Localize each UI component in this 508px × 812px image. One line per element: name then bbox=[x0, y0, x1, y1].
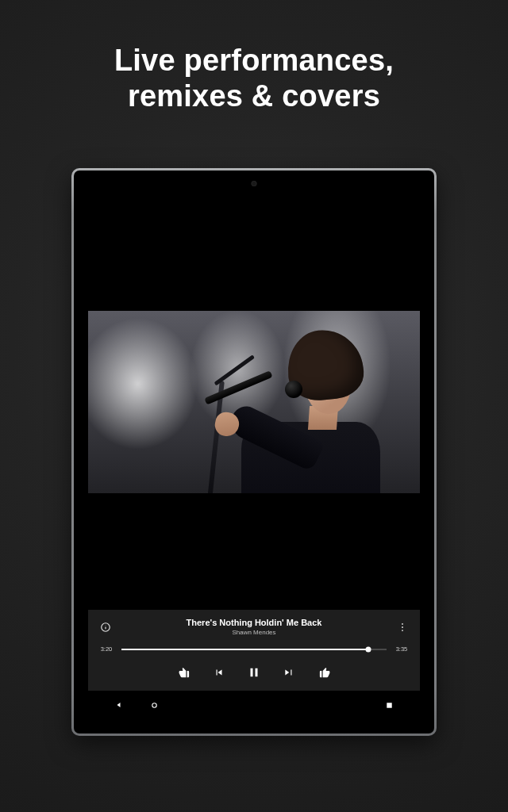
nav-back-icon[interactable] bbox=[112, 698, 126, 712]
progress-row: 3:20 3:35 bbox=[98, 645, 410, 653]
dislike-button[interactable] bbox=[175, 664, 193, 681]
front-camera bbox=[252, 181, 257, 186]
next-button[interactable] bbox=[280, 664, 298, 681]
svg-point-5 bbox=[402, 630, 403, 631]
nav-recent-icon[interactable] bbox=[382, 698, 396, 712]
info-icon[interactable] bbox=[98, 619, 114, 635]
total-time: 3:35 bbox=[393, 645, 410, 653]
svg-point-6 bbox=[152, 703, 156, 707]
tablet-device-frame: There's Nothing Holdin' Me Back Shawn Me… bbox=[71, 168, 437, 736]
player-panel: There's Nothing Holdin' Me Back Shawn Me… bbox=[88, 610, 420, 691]
nav-home-icon[interactable] bbox=[147, 698, 161, 712]
svg-point-3 bbox=[402, 622, 403, 624]
elapsed-time: 3:20 bbox=[98, 645, 115, 653]
svg-rect-7 bbox=[387, 703, 391, 707]
tablet-bezel: There's Nothing Holdin' Me Back Shawn Me… bbox=[74, 170, 434, 733]
progress-played bbox=[121, 649, 368, 650]
tablet-screen: There's Nothing Holdin' Me Back Shawn Me… bbox=[88, 194, 420, 719]
promo-page: Live performances, remixes & covers bbox=[0, 0, 508, 812]
video-area[interactable] bbox=[88, 194, 420, 610]
headline: Live performances, remixes & covers bbox=[0, 43, 508, 114]
like-button[interactable] bbox=[315, 664, 333, 681]
video-frame bbox=[88, 311, 420, 493]
android-navbar bbox=[88, 691, 420, 719]
song-title: There's Nothing Holdin' Me Back bbox=[120, 618, 388, 627]
svg-point-4 bbox=[402, 626, 403, 628]
player-controls bbox=[98, 664, 410, 681]
player-info-row: There's Nothing Holdin' Me Back Shawn Me… bbox=[98, 618, 410, 636]
more-vert-icon[interactable] bbox=[394, 619, 410, 635]
artist-name: Shawn Mendes bbox=[120, 629, 388, 636]
performer-silhouette bbox=[237, 327, 396, 493]
track-titles: There's Nothing Holdin' Me Back Shawn Me… bbox=[120, 618, 388, 636]
previous-button[interactable] bbox=[210, 664, 228, 681]
svg-point-2 bbox=[106, 625, 106, 626]
pause-button[interactable] bbox=[245, 664, 263, 681]
progress-track[interactable] bbox=[121, 649, 387, 650]
progress-knob[interactable] bbox=[365, 646, 371, 652]
